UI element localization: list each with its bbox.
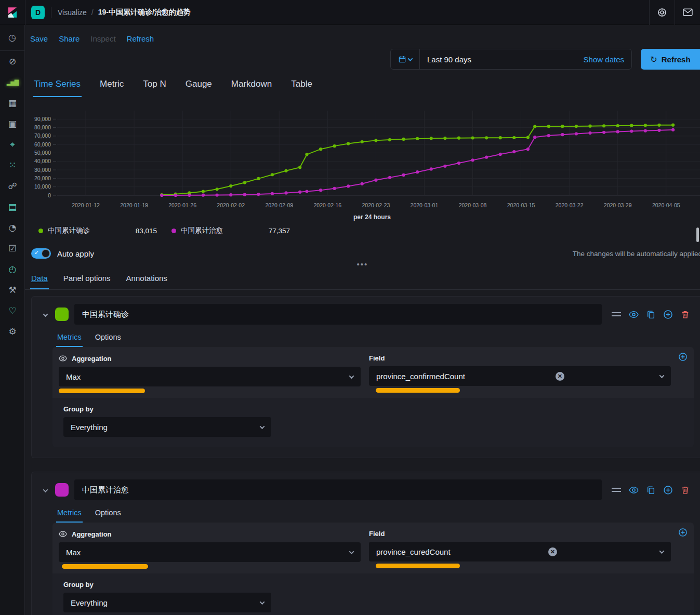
toggle-series-visibility-button[interactable] [629,310,639,319]
highlight-bar [59,389,145,393]
field-combo-box[interactable]: province_confirmedCount ✕ [369,366,671,386]
svg-text:2020-02-16: 2020-02-16 [313,202,341,208]
app-menu: Save Share Inspect Refresh [25,25,700,45]
sidebar-item-metrics[interactable]: ◴ [0,259,25,279]
sidebar-item-canvas[interactable]: ▣ [0,113,25,134]
legend-item-cured[interactable]: 中国累计治愈 77,357 [171,226,290,235]
tab-options[interactable]: Options [94,330,122,347]
kibana-logo[interactable] [0,0,25,25]
sidebar-item-maps[interactable]: ⌖ [0,134,25,155]
group-by-select[interactable]: Everything [63,417,271,437]
graph-icon: ☍ [8,182,17,191]
tab-metrics[interactable]: Metrics [56,505,83,523]
time-range-value[interactable]: Last 90 days [420,55,584,64]
clear-field-button[interactable]: ✕ [548,547,557,556]
chevron-down-icon [349,373,354,379]
sidebar-item-uptime[interactable]: ☑ [0,238,25,259]
chart-canvas[interactable]: 010,00020,00030,00040,00050,00060,00070,… [25,100,700,225]
tab-table[interactable]: Table [290,74,313,97]
group-by-select[interactable]: Everything [63,593,271,612]
add-series-button[interactable] [663,310,673,319]
apm-icon: ◔ [9,223,17,232]
refresh-link[interactable]: Refresh [127,34,154,43]
date-picker-menu-button[interactable] [391,49,420,69]
series-color-swatch[interactable] [55,483,69,497]
sidebar-item-visualize[interactable]: ▂▅▇ [0,72,25,92]
copy-icon [646,486,655,494]
aggregation-value: Max [66,548,81,557]
sidebar-item-stack-monitoring[interactable]: ♡ [0,300,25,321]
newsfeed-button[interactable] [675,0,700,25]
sidebar-item-discover[interactable]: ⊘ [0,51,25,72]
trash-icon [681,310,690,319]
svg-text:70,000: 70,000 [34,132,51,139]
svg-text:50,000: 50,000 [34,150,51,156]
series-label-input[interactable]: 中国累计确诊 [74,304,602,325]
plus-circle-icon [663,485,673,495]
tab-data[interactable]: Data [30,270,49,289]
sidebar-item-dev-tools[interactable]: ⚒ [0,279,25,300]
calendar-icon [399,56,406,63]
legend-label: 中国累计治愈 [181,226,223,235]
trash-icon [681,486,690,494]
scrollbar-thumb[interactable] [696,228,699,242]
aggregation-select[interactable]: Max [59,367,361,386]
chevron-down-icon [659,373,665,378]
add-metric-button[interactable] [678,528,688,537]
tab-annotations[interactable]: Annotations [125,270,168,289]
sidebar-item-management[interactable]: ⚙ [0,321,25,342]
breadcrumb-app[interactable]: Visualize [58,8,87,17]
delete-series-button[interactable] [681,310,690,319]
clear-field-button[interactable]: ✕ [556,372,564,381]
tab-options[interactable]: Options [94,505,122,523]
collapse-series-button[interactable] [41,311,49,318]
clone-series-button[interactable] [646,486,655,494]
series-label-input[interactable]: 中国累计治愈 [74,479,602,500]
refresh-query-button[interactable]: ↻ Refresh [641,49,700,70]
tab-gauge[interactable]: Gauge [184,74,213,97]
sidebar-item-machine-learning[interactable]: ⁙ [0,155,25,176]
series-color-swatch[interactable] [55,308,69,321]
collapse-series-button[interactable] [41,486,49,494]
help-button[interactable] [649,0,675,25]
legend-item-confirmed[interactable]: 中国累计确诊 83,015 [38,226,157,235]
sidebar-item-apm[interactable]: ◔ [0,217,25,238]
field-combo-box[interactable]: province_curedCount ✕ [369,542,671,561]
tab-markdown[interactable]: Markdown [230,74,273,97]
drag-handle-icon[interactable] [612,312,621,316]
dashboard-icon: ▦ [8,99,17,108]
svg-text:20,000: 20,000 [34,175,51,181]
sidebar-item-dashboard[interactable]: ▦ [0,92,25,113]
resize-handle[interactable]: ••• [25,262,700,269]
check-icon: ✓ [34,249,39,256]
tab-panel-options[interactable]: Panel options [62,270,112,289]
share-button[interactable]: Share [59,34,80,43]
field-value: province_curedCount [376,547,451,556]
svg-text:2020-01-19: 2020-01-19 [120,202,148,208]
refresh-button-label: Refresh [662,55,691,64]
sidebar-item-logs[interactable]: ▤ [0,196,25,217]
show-dates-button[interactable]: Show dates [584,55,631,64]
legend-value: 83,015 [136,227,157,235]
recent-icon: ◷ [8,33,16,42]
svg-text:60,000: 60,000 [34,141,51,148]
tab-top-n[interactable]: Top N [142,74,167,97]
auto-apply-toggle[interactable]: ✓ [31,248,51,259]
save-button[interactable]: Save [30,34,48,43]
toggle-series-visibility-button[interactable] [629,485,639,495]
space-badge[interactable]: D [31,6,45,19]
field-column: Field province_curedCount ✕ [369,530,671,562]
plus-circle-icon [663,310,673,319]
add-series-button[interactable] [663,485,673,495]
metrics-panel: Aggregation Max Field province_confirmed… [52,347,694,398]
drag-handle-icon[interactable] [612,488,621,492]
delete-series-button[interactable] [681,486,690,494]
add-metric-button[interactable] [678,352,688,362]
sidebar-item-graph[interactable]: ☍ [0,176,25,196]
tab-metrics[interactable]: Metrics [56,330,83,347]
tab-time-series[interactable]: Time Series [33,74,82,97]
tab-metric[interactable]: Metric [99,74,125,97]
aggregation-select[interactable]: Max [59,542,361,562]
sidebar-item-recent[interactable]: ◷ [0,25,24,51]
clone-series-button[interactable] [646,310,655,319]
